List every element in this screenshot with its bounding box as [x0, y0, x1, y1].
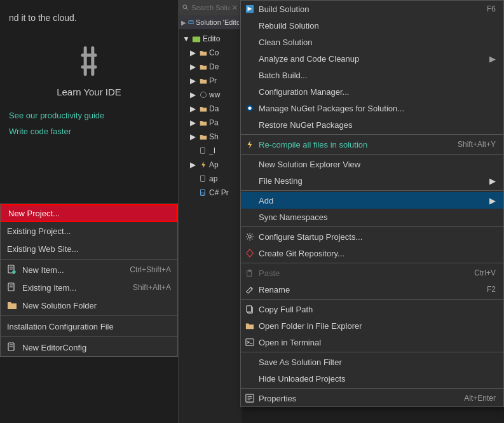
rename-item[interactable]: Rename F2: [241, 281, 503, 298]
tree-item-cs[interactable]: C# C# Pr: [179, 186, 242, 200]
manage-nuget-item[interactable]: Manage NuGet Packages for Solution...: [241, 100, 503, 116]
build-solution-label: Build Solution: [259, 4, 310, 14]
installation-config-label: Installation Configuration File: [7, 322, 114, 331]
git-icon: [245, 248, 255, 258]
tree-item-pa[interactable]: ▶ Pa: [179, 116, 242, 130]
save-filter-item[interactable]: Save As Solution Filter: [241, 354, 503, 370]
separator-1: [241, 134, 503, 135]
batch-build-label: Batch Build...: [259, 71, 308, 80]
new-solution-folder-item[interactable]: New Solution Folder: [1, 296, 177, 314]
separator-4: [241, 226, 503, 227]
new-project-item[interactable]: New Project...: [1, 204, 177, 222]
folder-icon: [7, 300, 17, 310]
configure-startup-label: Configure Startup Projects...: [259, 232, 362, 242]
solution-explorer-panel: ▶ Solution 'EditorPers... ▼ Edito ▶ Co ▶…: [178, 0, 242, 423]
config-manager-item[interactable]: Configuration Manager...: [241, 83, 503, 100]
copy-full-path-item[interactable]: Copy Full Path: [241, 301, 503, 317]
rename-shortcut: F2: [487, 285, 496, 294]
tree-item-sh[interactable]: ▶ Sh: [179, 130, 242, 144]
analyze-cleanup-item[interactable]: Analyze and Code Cleanup ▶: [241, 50, 503, 67]
restore-nuget-label: Restore NuGet Packages: [259, 120, 352, 130]
flash-icon: [245, 139, 255, 149]
tree-item-apjs[interactable]: ap: [179, 172, 242, 186]
create-git-item[interactable]: Create Git Repository...: [241, 245, 503, 261]
tree-item-editor[interactable]: ▼ Edito: [179, 32, 242, 46]
analyze-cleanup-label: Analyze and Code Cleanup: [259, 54, 359, 64]
new-project-label: New Project...: [8, 209, 60, 218]
tree-item-da[interactable]: ▶ Da: [179, 102, 242, 116]
new-item-icon: [7, 265, 17, 275]
sync-namespaces-label: Sync Namespaces: [259, 212, 327, 222]
search-input[interactable]: [191, 4, 229, 11]
new-item-label: New Item...: [22, 265, 64, 275]
build-shortcut: F6: [487, 4, 496, 13]
productivity-guide-link[interactable]: See our productivity guide: [9, 110, 169, 121]
tree-item-pr[interactable]: ▶ Pr: [179, 74, 242, 88]
folder-item6-icon: [200, 133, 207, 141]
cs-file-icon: C#: [200, 189, 207, 197]
svg-point-15: [183, 5, 187, 9]
hide-unloaded-item[interactable]: Hide Unloaded Projects: [241, 370, 503, 387]
tree-item-ap[interactable]: ▶ Ap: [179, 158, 242, 172]
folder-item2-icon: [200, 63, 207, 71]
svg-rect-24: [201, 148, 205, 154]
tree-item-co[interactable]: ▶ Co: [179, 46, 242, 60]
copy-icon: [245, 304, 255, 314]
cloud-text: nd it to the cloud.: [9, 13, 169, 23]
existing-item-shortcut: Shift+Alt+A: [133, 283, 171, 292]
svg-rect-22: [193, 37, 200, 43]
paste-item[interactable]: Paste Ctrl+V: [241, 265, 503, 281]
recompile-item[interactable]: Re-compile all files in solution Shift+A…: [241, 136, 503, 153]
properties-item[interactable]: Properties Alt+Enter: [241, 390, 503, 406]
rename-label: Rename: [259, 285, 290, 295]
existing-project-label: Existing Project...: [7, 226, 71, 236]
batch-build-item[interactable]: Batch Build...: [241, 67, 503, 83]
existing-website-label: Existing Web Site...: [7, 244, 78, 254]
tree-item-de[interactable]: ▶ De: [179, 60, 242, 74]
rebuild-solution-item[interactable]: Rebuild Solution: [241, 17, 503, 34]
tree-item-ww[interactable]: ▶ ww: [179, 88, 242, 102]
manage-nuget-label: Manage NuGet Packages for Solution...: [259, 104, 404, 113]
svg-rect-0: [84, 46, 87, 76]
new-solution-view-item[interactable]: New Solution Explorer View: [241, 156, 503, 172]
add-separator-1: [1, 259, 177, 260]
svg-rect-3: [81, 66, 97, 69]
write-code-faster-link[interactable]: Write code faster: [9, 127, 169, 136]
new-editorconfig-item[interactable]: New EditorConfig: [1, 338, 177, 356]
restore-nuget-item[interactable]: Restore NuGet Packages: [241, 116, 503, 133]
installation-config-item[interactable]: Installation Configuration File: [1, 317, 177, 335]
config-manager-label: Configuration Manager...: [259, 87, 349, 97]
search-bar[interactable]: [179, 0, 242, 15]
open-folder-item[interactable]: Open Folder in File Explorer: [241, 317, 503, 334]
open-terminal-item[interactable]: Open in Terminal: [241, 334, 503, 350]
existing-project-item[interactable]: Existing Project...: [1, 222, 177, 240]
new-item-shortcut: Ctrl+Shift+A: [130, 265, 171, 274]
open-terminal-label: Open in Terminal: [259, 338, 321, 347]
rebuild-solution-label: Rebuild Solution: [259, 21, 319, 31]
tree-item-il[interactable]: _I: [179, 144, 242, 158]
close-search-icon[interactable]: [232, 4, 238, 11]
svg-line-16: [186, 8, 188, 10]
separator-2: [241, 154, 503, 155]
add-item[interactable]: Add ▶: [241, 192, 503, 209]
create-git-label: Create Git Repository...: [259, 249, 344, 258]
svg-point-32: [248, 106, 251, 109]
existing-website-item[interactable]: Existing Web Site...: [1, 240, 177, 258]
add-separator-2: [1, 316, 177, 316]
folder-item-icon: [200, 49, 207, 57]
existing-item-item[interactable]: Existing Item... Shift+Alt+A: [1, 279, 177, 296]
ide-icon: [70, 42, 108, 80]
rename-icon: [245, 284, 255, 295]
globe-icon: [200, 91, 207, 99]
file-nesting-item[interactable]: File Nesting ▶: [241, 172, 503, 189]
configure-startup-item[interactable]: Configure Startup Projects...: [241, 228, 503, 245]
file-nesting-label: File Nesting: [259, 176, 303, 186]
clean-solution-item[interactable]: Clean Solution: [241, 34, 503, 50]
svg-point-34: [249, 235, 251, 238]
svg-rect-1: [91, 46, 94, 76]
build-solution-item[interactable]: Build Solution F6: [241, 1, 503, 17]
add-arrow: ▶: [489, 196, 496, 205]
svg-marker-25: [201, 162, 205, 169]
sync-namespaces-item[interactable]: Sync Namespaces: [241, 209, 503, 225]
new-item-item[interactable]: New Item... Ctrl+Shift+A: [1, 261, 177, 279]
